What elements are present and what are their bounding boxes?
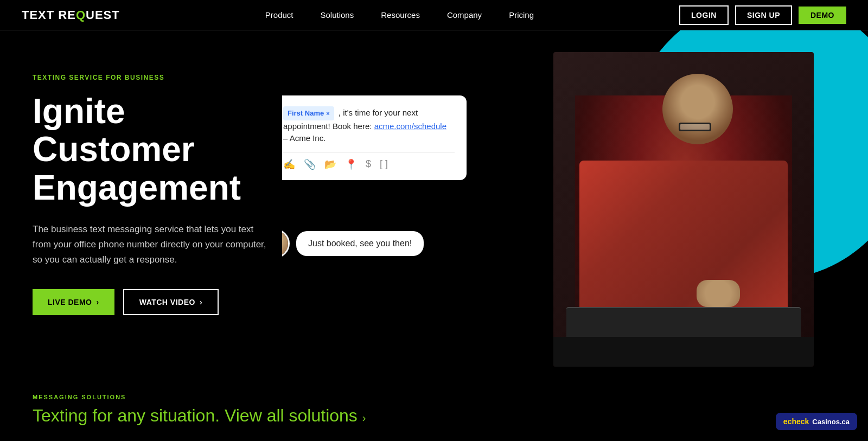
demo-button[interactable]: DEMO	[799, 7, 846, 24]
chat-bubble-top: First Name × , it's time for your next a…	[282, 95, 467, 180]
hero-eyebrow: TEXTING SERVICE FOR BUSINESS	[33, 74, 282, 81]
view-all-solutions-link[interactable]: View all solutions ›	[225, 406, 366, 425]
live-demo-button[interactable]: LIVE DEMO ›	[33, 289, 114, 315]
tag-close-icon[interactable]: ×	[326, 109, 329, 118]
avatar	[282, 229, 290, 258]
chat-bubble-bottom: Just booked, see you then!	[282, 229, 424, 258]
nav-item-pricing[interactable]: Pricing	[509, 10, 534, 20]
signature-icon[interactable]: ✍	[283, 158, 295, 170]
watermark: echeck Casinos.ca	[776, 413, 857, 430]
watch-video-button[interactable]: WATCH VIDEO ›	[123, 289, 219, 315]
hero-title-line2: Engagement	[33, 168, 241, 207]
messaging-solutions-section: MESSAGING SOLUTIONS Texting for any situ…	[0, 367, 868, 426]
location-icon[interactable]: 📍	[345, 158, 357, 170]
watermark-content: Casinos.ca	[812, 418, 850, 426]
watch-video-label: WATCH VIDEO	[139, 298, 195, 306]
hero-visual: First Name × , it's time for your next a…	[282, 30, 868, 367]
nav-item-solutions[interactable]: Solutions	[321, 10, 354, 20]
logo[interactable]: TEXT REQUEST	[22, 8, 120, 22]
reply-bubble: Just booked, see you then!	[296, 231, 424, 256]
arrow-icon-2: ›	[200, 298, 202, 306]
navbar-actions: LOGIN SIGN UP DEMO	[679, 5, 846, 25]
nav-link-resources[interactable]: Resources	[381, 10, 420, 20]
bubble-tag[interactable]: First Name ×	[283, 106, 334, 120]
bracket-icon[interactable]: [ ]	[380, 158, 388, 170]
signup-button[interactable]: SIGN UP	[735, 5, 792, 25]
live-demo-label: LIVE DEMO	[48, 298, 92, 306]
messaging-eyebrow: MESSAGING SOLUTIONS	[33, 394, 835, 400]
bubble-message: First Name × , it's time for your next a…	[283, 106, 455, 145]
nav-item-product[interactable]: Product	[265, 10, 293, 20]
nav-links: Product Solutions Resources Company Pric…	[265, 10, 534, 20]
arrow-icon-solutions: ›	[362, 412, 366, 424]
nav-link-pricing[interactable]: Pricing	[509, 10, 534, 20]
nav-item-company[interactable]: Company	[447, 10, 482, 20]
logo-text: TEXT REQUEST	[22, 8, 120, 22]
tag-label: First Name	[288, 108, 324, 119]
bubble-link[interactable]: acme.com/schedule	[374, 122, 446, 131]
nav-item-resources[interactable]: Resources	[381, 10, 420, 20]
login-button[interactable]: LOGIN	[679, 5, 729, 25]
nav-link-company[interactable]: Company	[447, 10, 482, 20]
folder-icon[interactable]: 📂	[324, 158, 336, 170]
navbar: TEXT REQUEST Product Solutions Resources…	[0, 0, 868, 30]
nav-link-product[interactable]: Product	[265, 10, 293, 20]
bubble-text-after-link: – Acme Inc.	[283, 133, 326, 143]
hero-content: TEXTING SERVICE FOR BUSINESS Ignite Cust…	[0, 30, 282, 367]
nav-link-solutions[interactable]: Solutions	[321, 10, 354, 20]
bubble-toolbar: ✍ 📎 📂 📍 $ [ ]	[283, 152, 455, 170]
messaging-title-row: Texting for any situation. View all solu…	[33, 406, 835, 426]
messaging-title-static: Texting for any situation.	[33, 406, 220, 425]
hero-buttons: LIVE DEMO › WATCH VIDEO ›	[33, 289, 282, 315]
hero-title-line1: Ignite Customer	[33, 92, 195, 169]
avatar-image	[282, 231, 288, 257]
hero-description: The business text messaging service that…	[33, 222, 271, 267]
messaging-title: Texting for any situation. View all solu…	[33, 406, 366, 426]
dollar-icon[interactable]: $	[366, 158, 371, 170]
hero-title: Ignite Customer Engagement	[33, 92, 282, 207]
view-solutions-text: View all solutions	[225, 406, 358, 425]
watermark-logo: echeck	[783, 417, 809, 426]
paperclip-icon[interactable]: 📎	[304, 158, 316, 170]
hero-section: TEXTING SERVICE FOR BUSINESS Ignite Cust…	[0, 30, 868, 367]
arrow-icon: ›	[97, 298, 99, 306]
reply-message: Just booked, see you then!	[308, 239, 412, 248]
person-image	[553, 52, 814, 367]
watermark-casinos: Casinos.ca	[812, 418, 850, 426]
